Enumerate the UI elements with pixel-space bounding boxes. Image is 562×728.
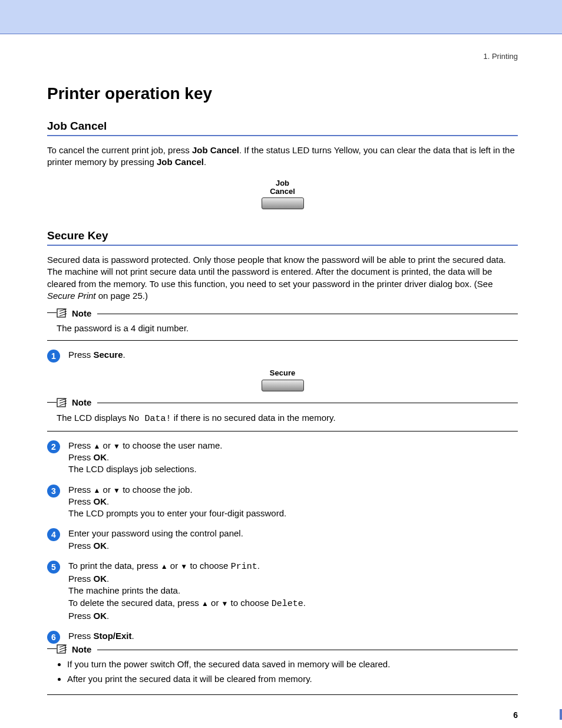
breadcrumb: 1. Printing (47, 52, 518, 61)
secure-key-heading: Secure Key (47, 229, 518, 246)
job-cancel-button-label: Job Cancel (270, 179, 295, 196)
step-2: 2 Press ▲ or ▼ to choose the user name. … (47, 440, 518, 476)
step-bullet: 4 (47, 528, 60, 541)
note-title: Note (72, 397, 91, 407)
job-cancel-button-icon (262, 197, 304, 209)
note-icon (57, 397, 68, 409)
step-4: 4 Enter your password using the control … (47, 528, 518, 552)
down-arrow-icon: ▼ (180, 562, 187, 571)
note-body: The LCD displays No Data! if there is no… (57, 412, 518, 425)
up-arrow-icon: ▲ (94, 442, 101, 450)
up-arrow-icon: ▲ (94, 486, 101, 495)
step-5: 5 To print the data, press ▲ or ▼ to cho… (47, 560, 518, 622)
step-bullet: 1 (47, 350, 60, 363)
down-arrow-icon: ▼ (113, 442, 120, 450)
note-list-item: After you print the secured data it will… (67, 673, 518, 685)
note-list-item: If you turn the power switch Off, the se… (67, 658, 518, 670)
down-arrow-icon: ▼ (222, 599, 229, 608)
note-body: The password is a 4 digit number. (57, 322, 518, 334)
job-cancel-heading: Job Cancel (47, 120, 518, 136)
down-arrow-icon: ▼ (113, 486, 120, 495)
step-1: 1 Press Secure. (47, 349, 518, 363)
step-bullet: 5 (47, 561, 60, 574)
note-title: Note (72, 308, 91, 318)
note-block-1: Note The password is a 4 digit number. (47, 312, 518, 341)
page-content: 1. Printing Printer operation key Job Ca… (0, 34, 562, 728)
step-bullet: 6 (47, 631, 60, 644)
job-cancel-button-figure: Job Cancel (47, 179, 518, 210)
job-cancel-intro: To cancel the current print job, press J… (47, 144, 518, 169)
secure-button-figure: Secure (47, 367, 518, 391)
secure-key-intro: Secured data is password protected. Only… (47, 254, 518, 302)
up-arrow-icon: ▲ (161, 562, 168, 571)
step-bullet: 2 (47, 440, 60, 453)
step-3: 3 Press ▲ or ▼ to choose the job. Press … (47, 484, 518, 520)
page-number: 6 (47, 710, 518, 720)
page-tab-icon (560, 709, 562, 720)
note-icon (57, 643, 68, 655)
top-header-bar (0, 0, 562, 34)
page-title: Printer operation key (47, 84, 518, 103)
note-block-2: Note The LCD displays No Data! if there … (47, 402, 518, 431)
secure-button-icon (262, 380, 304, 391)
step-bullet: 3 (47, 485, 60, 498)
note-block-3: Note If you turn the power switch Off, t… (47, 648, 518, 695)
note-body: If you turn the power switch Off, the se… (57, 658, 518, 686)
up-arrow-icon: ▲ (201, 599, 209, 608)
step-6: 6 Press Stop/Exit. (47, 630, 518, 644)
secure-button-label: Secure (270, 369, 295, 377)
note-icon (57, 307, 68, 319)
note-title: Note (72, 644, 91, 654)
